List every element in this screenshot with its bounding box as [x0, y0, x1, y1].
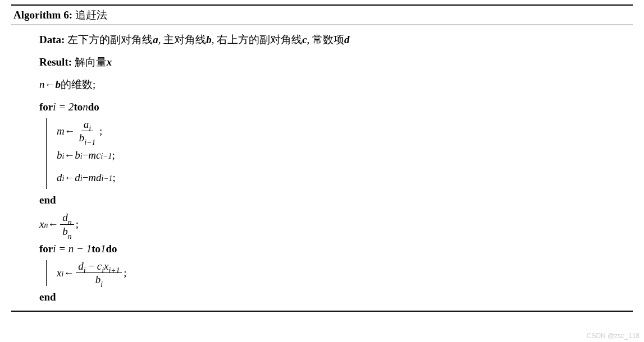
tail-text: 的维数;	[61, 73, 95, 96]
minus: −	[88, 260, 97, 272]
sub: n	[68, 218, 72, 227]
fraction: ai bi−1	[77, 118, 98, 145]
semi: ;	[99, 120, 102, 142]
m-var: m	[57, 120, 65, 142]
for2-end: end	[39, 286, 631, 308]
for1-end: end	[39, 189, 631, 211]
arrow: ←	[64, 167, 75, 189]
for1-body: m ← ai bi−1 ; bi ← bi − mci−1 ; di ← d	[46, 118, 631, 189]
do-kw: do	[88, 96, 99, 118]
fraction: dn bn	[60, 211, 74, 238]
for2-cond-post: 1	[101, 238, 106, 260]
minus: −	[83, 144, 89, 167]
for2-line1: xi ← di − cixi+1 bi ;	[57, 260, 631, 286]
data-label: Data:	[39, 29, 65, 51]
sub: n	[68, 232, 72, 241]
for2-header: for i = n − 1 to 1 do	[39, 238, 631, 260]
data-sep1: , 主对角线	[158, 29, 207, 51]
algorithm-header: Algorithm 6: 追赶法	[11, 6, 633, 25]
var-a: a	[153, 29, 158, 51]
arrow: ←	[65, 120, 75, 142]
for1-line1: m ← ai bi−1 ;	[57, 118, 631, 145]
arrow: ←	[48, 213, 58, 235]
semi: ;	[76, 213, 79, 235]
data-text-a: 左下方的副对角线	[67, 29, 153, 51]
num-sub: i	[89, 124, 91, 133]
assign-xn: xn ← dn bn ;	[39, 211, 631, 238]
result-label: Result:	[39, 51, 72, 73]
for-kw: for	[39, 238, 53, 260]
to-kw: to	[92, 238, 101, 260]
di-l: d	[57, 167, 62, 189]
result-text: 解向量	[75, 51, 107, 73]
var-d: d	[344, 29, 350, 51]
bn: b	[62, 225, 68, 237]
di-r: d	[75, 167, 80, 189]
for1-cond-post: n	[83, 96, 88, 118]
var-c: c	[302, 29, 307, 51]
num-a: a	[84, 118, 89, 130]
algorithm-body: Data: 左下方的副对角线 a , 主对角线 b , 右上方的副对角线 c ,…	[11, 25, 633, 311]
sub: i	[84, 266, 86, 275]
assign-n: n ← b 的维数;	[39, 73, 631, 96]
for-kw: for	[39, 96, 53, 118]
end-kw: end	[39, 189, 56, 211]
arrow: ←	[45, 73, 56, 96]
for2-cond-pre: i = n − 1	[53, 238, 92, 260]
result-var: x	[107, 51, 112, 73]
for1-cond-pre: i = 2	[53, 96, 74, 118]
arrow: ←	[63, 262, 74, 284]
for2-body: xi ← di − cixi+1 bi ;	[46, 260, 631, 286]
semi: ;	[112, 144, 115, 167]
var-b: b	[206, 29, 212, 51]
data-sep2: , 右上方的副对角线	[212, 29, 303, 51]
semi: ;	[124, 262, 126, 284]
to-kw: to	[74, 96, 83, 118]
minus: −	[83, 167, 89, 189]
fraction: di − cixi+1 bi	[76, 260, 122, 286]
arrow: ←	[64, 144, 75, 167]
bi: b	[95, 274, 101, 285]
semi: ;	[112, 167, 115, 189]
sub: i+1	[108, 266, 120, 275]
mc: mc	[88, 144, 101, 167]
end-kw: end	[39, 286, 56, 308]
bi-l: b	[57, 144, 62, 167]
den-sub: i−1	[84, 138, 95, 147]
di: d	[78, 260, 84, 272]
sub: i	[101, 280, 103, 289]
result-line: Result: 解向量 x	[39, 51, 631, 73]
den-b: b	[79, 132, 85, 144]
algorithm-label: Algorithm 6:	[13, 9, 72, 21]
xn: x	[39, 213, 44, 235]
b-var: b	[56, 73, 61, 96]
for1-line3: di ← di − mdi−1 ;	[57, 167, 631, 189]
data-line: Data: 左下方的副对角线 a , 主对角线 b , 右上方的副对角线 c ,…	[39, 29, 631, 51]
bi-r: b	[75, 144, 80, 167]
md: md	[88, 167, 101, 189]
for1-header: for i = 2 to n do	[39, 96, 631, 118]
xi: x	[57, 262, 61, 284]
data-sep3: , 常数项	[307, 29, 345, 51]
do-kw: do	[106, 238, 117, 260]
ci: c	[97, 260, 102, 272]
n-var: n	[39, 73, 45, 96]
for1-line2: bi ← bi − mci−1 ;	[57, 144, 631, 167]
algorithm-box: Algorithm 6: 追赶法 Data: 左下方的副对角线 a , 主对角线…	[11, 4, 633, 312]
sub: i	[102, 266, 104, 275]
algorithm-title: 追赶法	[75, 9, 107, 21]
dn: d	[62, 211, 68, 223]
